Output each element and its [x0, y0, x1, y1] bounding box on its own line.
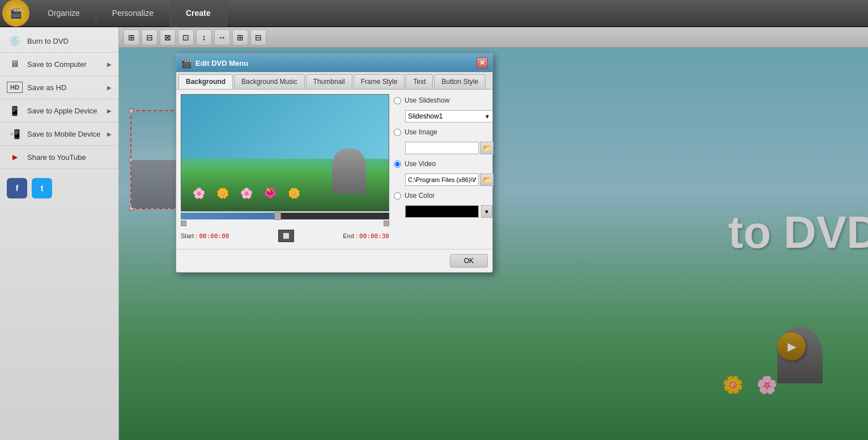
toolbar-btn-2[interactable]: ⊟ [142, 29, 158, 45]
time-controls: Start : 00:00:00 End : 00:00:30 [181, 227, 389, 244]
stop-icon [283, 233, 289, 239]
tab-frame-style[interactable]: Frame Style [354, 74, 405, 89]
modal-close-button[interactable]: ✕ [476, 57, 488, 69]
facebook-button[interactable]: f [7, 178, 27, 198]
hd-icon: HD [7, 82, 23, 93]
options-panel: Use Slideshow Slideshow1 ▼ [394, 94, 493, 244]
timeline-slider[interactable] [181, 213, 389, 219]
use-image-option: Use Image [394, 128, 493, 136]
toolbar: ⊞ ⊟ ⊠ ⊡ ↕ ↔ ⊞ ⊟ [119, 27, 868, 48]
youtube-icon: ▶ [7, 151, 23, 163]
sidebar-item-save-mobile[interactable]: 📲 Save to Mobile Device ▶ [0, 122, 118, 146]
modal-header: 🎬 Edit DVD Menu ✕ [176, 54, 492, 72]
tab-thumbnail[interactable]: Thumbnail [306, 74, 352, 89]
tab-organize[interactable]: Organize [32, 0, 96, 27]
flower-3: 🌸 [240, 187, 253, 200]
video-file-input[interactable] [405, 174, 479, 186]
sidebar-item-label: Save as HD [27, 83, 66, 92]
toolbar-btn-5[interactable]: ↕ [196, 29, 212, 45]
dvd-icon: 💿 [7, 35, 23, 46]
mobile-icon: 📲 [7, 128, 23, 139]
slideshow-dropdown-container: Slideshow1 ▼ [405, 110, 493, 122]
toolbar-btn-7[interactable]: ⊞ [232, 29, 248, 45]
use-slideshow-radio[interactable] [394, 97, 401, 104]
start-label: Start : [181, 232, 197, 239]
sidebar-item-save-hd[interactable]: HD Save as HD ▶ [0, 76, 118, 99]
stop-button[interactable] [278, 230, 294, 242]
sidebar-item-save-computer[interactable]: 🖥 Save to Computer ▶ [0, 53, 118, 76]
apple-device-icon: 📱 [7, 105, 23, 116]
preview-area: 🌸 🌼 🌸 🌺 🌼 [181, 94, 389, 244]
sidebar-item-share-youtube[interactable]: ▶ Share to YouTube [0, 146, 118, 169]
sidebar-item-label: Share to YouTube [27, 153, 86, 162]
content-area: ⊞ ⊟ ⊠ ⊡ ↕ ↔ ⊞ ⊟ [119, 27, 868, 440]
canvas-area: 🐎🐎🐎🐎🐎 to DVD 🌸 🌼 ▶ 🎬 Edit DVD Menu ✕ [119, 48, 868, 440]
use-video-radio[interactable] [394, 160, 401, 168]
image-browse-button[interactable]: 📂 [480, 142, 493, 154]
end-value: 00:00:30 [359, 232, 389, 240]
modal-header-icon: 🎬 [181, 58, 192, 69]
use-color-radio[interactable] [394, 192, 401, 200]
sidebar-item-save-apple[interactable]: 📱 Save to Apple Device ▶ [0, 99, 118, 122]
tab-button-style[interactable]: Button Style [434, 74, 486, 89]
sidebar: 💿 Burn to DVD 🖥 Save to Computer ▶ HD Sa… [0, 27, 119, 440]
image-input-container: 📂 [405, 142, 493, 154]
tab-background[interactable]: Background [178, 74, 233, 89]
timeline-bar[interactable] [181, 213, 389, 219]
main-layout: 💿 Burn to DVD 🖥 Save to Computer ▶ HD Sa… [0, 27, 868, 440]
slideshow-dropdown[interactable]: Slideshow1 ▼ [405, 110, 493, 122]
preview-video: 🌸 🌼 🌸 🌺 🌼 [181, 94, 389, 211]
toolbar-btn-4[interactable]: ⊡ [178, 29, 194, 45]
timeline-thumb[interactable] [274, 212, 281, 220]
tab-text[interactable]: Text [406, 74, 433, 89]
modal-body: 🌸 🌼 🌸 🌺 🌼 [176, 90, 492, 249]
chevron-right-icon: ▶ [107, 131, 112, 137]
computer-icon: 🖥 [7, 58, 23, 70]
modal-overlay: 🎬 Edit DVD Menu ✕ Background Background … [119, 48, 868, 440]
end-label: End : [343, 232, 358, 239]
edit-dvd-menu-dialog: 🎬 Edit DVD Menu ✕ Background Background … [176, 53, 493, 273]
flower-1: 🌸 [193, 187, 205, 200]
sidebar-item-label: Save to Computer [27, 60, 87, 69]
toolbar-btn-3[interactable]: ⊠ [160, 29, 176, 45]
color-picker-container: ▼ [405, 205, 493, 218]
ok-button[interactable]: OK [450, 254, 488, 268]
flower-4: 🌺 [264, 187, 276, 200]
twitter-button[interactable]: t [32, 178, 52, 198]
sidebar-item-label: Save to Apple Device [27, 107, 97, 115]
chevron-right-icon: ▶ [107, 108, 112, 114]
use-image-label: Use Image [405, 128, 437, 136]
flower-2: 🌼 [216, 187, 229, 200]
use-video-option: Use Video [394, 160, 493, 168]
sidebar-item-burn-dvd[interactable]: 💿 Burn to DVD [0, 29, 118, 53]
tab-create[interactable]: Create [170, 0, 227, 27]
use-slideshow-label: Use Slideshow [405, 96, 449, 104]
use-color-label: Use Color [405, 192, 435, 200]
use-image-radio[interactable] [394, 129, 401, 136]
toolbar-btn-8[interactable]: ⊟ [250, 29, 266, 45]
scrubber-left[interactable] [181, 221, 186, 226]
modal-title: Edit DVD Menu [195, 59, 248, 67]
image-file-row: 📂 [405, 142, 493, 154]
toolbar-btn-6[interactable]: ↔ [214, 29, 230, 45]
tab-personalize[interactable]: Personalize [96, 0, 170, 27]
timeline-progress [181, 213, 275, 219]
use-slideshow-option: Use Slideshow [394, 96, 493, 104]
modal-tabs: Background Background Music Thumbnail Fr… [176, 72, 492, 90]
social-buttons: f t [0, 169, 118, 208]
end-time-label: End : 00:00:30 [343, 232, 389, 240]
image-file-input[interactable] [405, 142, 479, 154]
color-swatch[interactable] [405, 205, 479, 218]
start-time-label: Start : 00:00:00 [181, 232, 229, 240]
scrubber-right[interactable] [384, 221, 389, 226]
tab-background-music[interactable]: Background Music [234, 74, 305, 89]
start-value: 00:00:00 [199, 232, 229, 240]
color-dropdown-arrow[interactable]: ▼ [481, 205, 492, 218]
use-color-option: Use Color [394, 192, 493, 200]
modal-footer: OK [176, 249, 492, 272]
toolbar-btn-1[interactable]: ⊞ [124, 29, 139, 45]
video-browse-button[interactable]: 📂 [480, 174, 493, 186]
logo-icon: 🎬 [10, 7, 22, 19]
chevron-down-icon: ▼ [484, 113, 490, 120]
video-input-container: 📂 [405, 174, 493, 186]
